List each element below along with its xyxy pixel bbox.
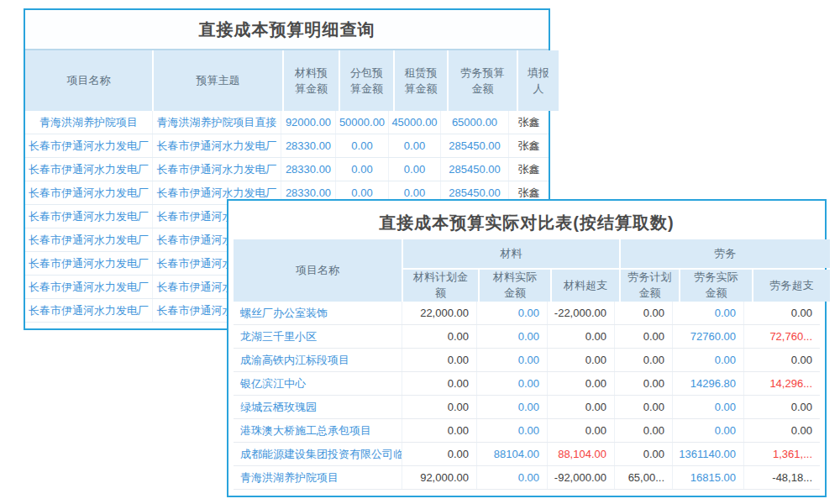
- cell-project-name[interactable]: 长春市伊通河水力发电厂: [25, 252, 152, 275]
- table-cell: 0.00: [402, 325, 476, 348]
- table-row[interactable]: 成都能源建设集团投资有限公司临时0.0088104.0088,104.000.0…: [234, 443, 820, 466]
- comparison-title: 直接成本预算实际对比表(按结算取数): [234, 206, 820, 239]
- table-cell: 0.00: [476, 302, 547, 324]
- table-row[interactable]: 长春市伊通河水力发电厂长春市伊通河水力发电厂28330.000.000.0028…: [25, 134, 549, 158]
- table-cell: 22,000.00: [402, 302, 476, 324]
- cell-project-name[interactable]: 长春市伊通河水力发电厂: [25, 205, 152, 228]
- column-header-labor-planned: 劳务计划金额: [621, 270, 679, 302]
- cell-project-name[interactable]: 龙湖三千里小区: [234, 325, 402, 348]
- cell-project-name[interactable]: 螺丝厂办公室装饰: [234, 302, 402, 324]
- cell-project-name[interactable]: 长春市伊通河水力发电厂: [25, 158, 152, 181]
- cell-project-name[interactable]: 长春市伊通河水力发电厂: [25, 181, 152, 204]
- table-cell: 张鑫: [508, 134, 549, 157]
- table-cell: 1361140.00: [672, 443, 743, 465]
- table-cell: 0.00: [672, 396, 743, 418]
- table-cell: 285450.00: [440, 158, 508, 181]
- cell-project-name[interactable]: 青海洪湖养护院项目: [25, 111, 152, 134]
- table-cell: 0.00: [402, 372, 476, 395]
- cell-project-name[interactable]: 港珠澳大桥施工总承包项目: [234, 419, 402, 442]
- table-cell: 0.00: [547, 325, 614, 348]
- table-row[interactable]: 港珠澳大桥施工总承包项目0.000.000.000.000.000.00: [234, 419, 820, 443]
- table-cell: 0.00: [672, 349, 743, 371]
- column-group-material: 材料: [403, 239, 619, 268]
- column-header-subcontract-budget: 分包预算金额: [340, 50, 393, 111]
- budget-detail-header-row: 项目名称 预算主题 材料预算金额 分包预算金额 租赁预算金额 劳务预算金额 填报…: [25, 49, 549, 111]
- column-header-labor-overspend: 劳务超支: [753, 270, 830, 302]
- table-cell: 0.00: [672, 419, 743, 442]
- table-cell: 0.00: [614, 396, 672, 418]
- column-group-labor: 劳务: [621, 239, 830, 268]
- table-cell: 张鑫: [508, 111, 549, 134]
- comparison-header: 项目名称 材料 劳务 材料计划金额 材料实际金额 材料超支 劳务计划金额 劳务实…: [234, 239, 820, 302]
- cell-project-name[interactable]: 长春市伊通河水力发电厂: [25, 276, 152, 298]
- column-header-labor-budget: 劳务预算金额: [449, 50, 517, 111]
- table-cell: 285450.00: [440, 134, 508, 157]
- table-cell: 长春市伊通河水力发电厂: [152, 134, 281, 157]
- table-cell: 长春市伊通河水力发电厂: [152, 158, 281, 181]
- column-header-material-budget: 材料预算金额: [284, 50, 339, 111]
- table-cell: 28330.00: [281, 158, 335, 181]
- table-cell: 青海洪湖养护院项目直接: [152, 111, 281, 134]
- table-cell: 0.00: [547, 396, 614, 418]
- column-header-rental-budget: 租赁预算金额: [395, 50, 447, 111]
- cell-project-name[interactable]: 绿城云栖玫瑰园: [234, 396, 402, 418]
- cell-project-name[interactable]: 长春市伊通河水力发电厂: [25, 134, 152, 157]
- table-cell: 65000.00: [440, 111, 508, 134]
- table-cell: 0.00: [547, 349, 614, 371]
- cell-project-name[interactable]: 长春市伊通河水力发电厂: [25, 299, 152, 322]
- table-cell: 0.00: [335, 134, 388, 157]
- column-header-project-name: 项目名称: [25, 50, 152, 111]
- table-cell: 0.00: [743, 396, 820, 418]
- table-row[interactable]: 青海洪湖养护院项目青海洪湖养护院项目直接92000.0050000.004500…: [25, 111, 549, 134]
- table-row[interactable]: 螺丝厂办公室装饰22,000.000.00-22,000.000.000.000…: [234, 302, 820, 325]
- table-row[interactable]: 成渝高铁内江标段项目0.000.000.000.000.000.00: [234, 349, 820, 372]
- table-cell: 88104.00: [476, 443, 547, 465]
- cell-project-name[interactable]: 成都能源建设集团投资有限公司临时: [234, 443, 402, 465]
- column-header-material-overspend: 材料超支: [552, 270, 619, 302]
- table-cell: 0.00: [476, 372, 547, 395]
- table-cell: 92,000.00: [402, 466, 476, 489]
- cell-project-name[interactable]: 青海洪湖养护院项目: [234, 466, 402, 489]
- screen: 直接成本预算明细查询 项目名称 预算主题 材料预算金额 分包预算金额 租赁预算金…: [0, 0, 840, 504]
- table-cell: 0.00: [476, 396, 547, 418]
- table-cell: 0.00: [388, 134, 440, 157]
- cell-project-name[interactable]: 成渝高铁内江标段项目: [234, 349, 402, 371]
- table-cell: 0.00: [476, 349, 547, 371]
- table-cell: 72,760...: [743, 325, 820, 348]
- table-row[interactable]: 绿城云栖玫瑰园0.000.000.000.000.000.00: [234, 396, 820, 419]
- column-header-material-planned: 材料计划金额: [403, 270, 478, 302]
- table-cell: 0.00: [335, 158, 388, 181]
- table-cell: 0.00: [672, 302, 743, 324]
- table-row[interactable]: 龙湖三千里小区0.000.000.000.0072760.0072,760...: [234, 325, 820, 349]
- table-cell: 0.00: [402, 419, 476, 442]
- column-header-labor-actual: 劳务实际金额: [680, 270, 752, 302]
- table-cell: 65,00...: [614, 466, 672, 489]
- table-cell: 50000.00: [335, 111, 388, 134]
- table-cell: 0.00: [388, 158, 440, 181]
- table-cell: 0.00: [614, 372, 672, 395]
- table-cell: -48,18...: [743, 466, 820, 489]
- table-cell: 14,296...: [743, 372, 820, 395]
- table-row[interactable]: 银亿滨江中心0.000.000.000.0014296.8014,296...: [234, 372, 820, 396]
- table-cell: 88,104.00: [547, 443, 614, 465]
- column-header-project-name: 项目名称: [234, 239, 402, 302]
- budget-actual-comparison-window: 直接成本预算实际对比表(按结算取数) 项目名称 材料 劳务 材料计划金额 材料实…: [227, 199, 827, 497]
- table-cell: -92,000.00: [547, 466, 614, 489]
- table-cell: 72760.00: [672, 325, 743, 348]
- table-cell: 0.00: [614, 349, 672, 371]
- table-row[interactable]: 青海洪湖养护院项目92,000.000.00-92,000.0065,00...…: [234, 466, 820, 490]
- table-cell: 0.00: [402, 349, 476, 371]
- column-header-reporter: 填报人: [518, 50, 559, 111]
- table-row[interactable]: 长春市伊通河水力发电厂长春市伊通河水力发电厂28330.000.000.0028…: [25, 158, 549, 181]
- table-cell: 0.00: [476, 419, 547, 442]
- table-cell: 0.00: [614, 443, 672, 465]
- cell-project-name[interactable]: 长春市伊通河水力发电厂: [25, 228, 152, 251]
- table-cell: 0.00: [614, 325, 672, 348]
- comparison-table-body: 螺丝厂办公室装饰22,000.000.00-22,000.000.000.000…: [234, 302, 820, 490]
- table-cell: 0.00: [547, 372, 614, 395]
- budget-detail-title: 直接成本预算明细查询: [25, 10, 549, 49]
- table-cell: 0.00: [547, 419, 614, 442]
- cell-project-name[interactable]: 银亿滨江中心: [234, 372, 402, 395]
- table-cell: 0.00: [476, 325, 547, 348]
- table-cell: 0.00: [743, 302, 820, 324]
